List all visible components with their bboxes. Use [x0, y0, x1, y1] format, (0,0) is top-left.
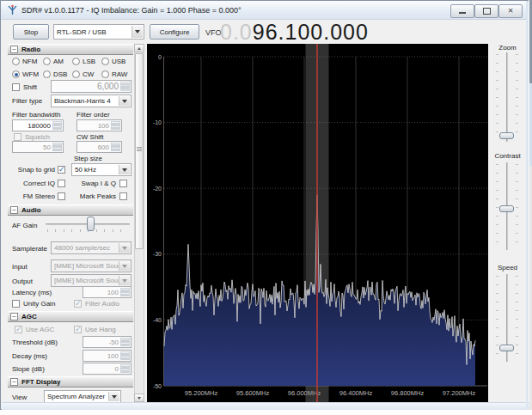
shift-checkbox[interactable] [12, 83, 20, 91]
speed-slider-thumb[interactable] [499, 345, 514, 351]
spinner-arrows-icon[interactable] [111, 143, 120, 151]
scroll-up-button[interactable] [134, 44, 144, 52]
view-select[interactable]: Spectrum Analyzer [44, 390, 121, 403]
af-gain-slider-thumb[interactable] [87, 217, 95, 231]
collapse-icon[interactable]: – [10, 378, 18, 386]
samplerate-select[interactable]: 48000 sample/sec [51, 241, 131, 254]
latency-spinner[interactable]: 100 [83, 286, 131, 298]
af-gain-label: AF Gain [12, 222, 37, 229]
desktop-sliver [0, 410, 532, 415]
mode-radio-lsb[interactable] [72, 58, 80, 65]
mode-radio-wfm[interactable] [12, 70, 20, 78]
spectrum-analyzer-plot[interactable]: 95.200MHz95.600MHz96.000MHz96.400MHz96.8… [147, 44, 488, 402]
latency-value: 100 [107, 289, 119, 296]
spinner-arrows-icon[interactable] [120, 338, 130, 346]
scrollbar-thumb[interactable] [135, 53, 144, 249]
speed-slider-label: Speed [488, 264, 527, 272]
window-right-border [526, 1, 529, 409]
filter-order-spinner[interactable]: 100 [76, 119, 122, 131]
threshold-spinner[interactable]: -50 [83, 336, 131, 348]
collapse-icon[interactable]: – [10, 206, 18, 214]
audio-panel-header[interactable]: – Audio [8, 204, 133, 216]
decay-spinner[interactable]: 100 [83, 350, 131, 362]
filter-bandwidth-label: Filter bandwidth [12, 111, 60, 119]
chevron-down-icon [131, 26, 143, 38]
output-value: [MME] Microsoft Sound [54, 277, 125, 284]
filter-audio-checkbox[interactable] [74, 300, 82, 308]
vfo-frequency-display[interactable]: 0.096.100.000 [220, 20, 369, 45]
chevron-down-icon [119, 276, 130, 285]
spinner-arrows-icon[interactable] [120, 82, 130, 91]
minimize-button[interactable] [450, 4, 474, 18]
radio-panel-header[interactable]: – Radio [8, 44, 133, 55]
step-size-value: 50 kHz [75, 166, 96, 174]
agc-panel-header[interactable]: – AGC [8, 311, 133, 322]
window-title: SDR# v1.0.0.1177 - IQ Imbalance: Gain = … [21, 6, 242, 15]
samplerate-value: 48000 sample/sec [54, 244, 110, 252]
slope-value: 0 [115, 365, 119, 373]
scroll-down-button[interactable] [134, 394, 144, 402]
close-button[interactable]: ✕ [498, 4, 523, 18]
unity-gain-checkbox[interactable] [12, 300, 20, 308]
output-select[interactable]: [MME] Microsoft Sound [51, 274, 131, 287]
mode-radio-dsb[interactable] [43, 70, 51, 78]
fft-panel-title: FFT Display [21, 378, 60, 386]
device-select-value: RTL-SDR / USB [57, 28, 107, 36]
collapse-icon[interactable]: – [10, 46, 18, 53]
squelch-label: Squelch [25, 133, 50, 141]
filter-bandwidth-value: 180000 [28, 122, 51, 130]
snap-to-grid-checkbox[interactable] [58, 166, 65, 174]
filter-order-value: 100 [98, 122, 109, 130]
filter-type-value: Blackman-Harris 4 [54, 97, 111, 105]
squelch-spinner[interactable]: 50 [12, 141, 64, 153]
step-size-select[interactable]: 50 kHz [71, 163, 131, 176]
svg-text:95.200MHz: 95.200MHz [185, 389, 218, 397]
threshold-label: Threshold (dB) [12, 339, 58, 346]
svg-text:97.200MHz: 97.200MHz [443, 389, 476, 397]
mode-radio-raw[interactable] [101, 70, 109, 78]
device-select[interactable]: RTL-SDR / USB [53, 24, 144, 40]
mode-radio-nfm[interactable] [12, 58, 20, 65]
input-select[interactable]: [MME] Microsoft Sound [51, 259, 131, 272]
svg-text:-40: -40 [153, 317, 162, 323]
stop-button[interactable]: Stop [13, 24, 49, 40]
spectrum-display[interactable]: 95.200MHz95.600MHz96.000MHz96.400MHz96.8… [147, 44, 488, 402]
unity-gain-label: Unity Gain [23, 300, 55, 308]
slope-spinner[interactable]: 0 [83, 363, 131, 375]
cw-shift-spinner[interactable]: 600 [76, 141, 122, 153]
spinner-arrows-icon[interactable] [52, 121, 62, 130]
fft-panel-header[interactable]: – FFT Display [8, 376, 133, 388]
mode-radio-am[interactable] [43, 58, 51, 65]
mode-radio-cw[interactable] [72, 70, 80, 78]
use-hang-checkbox[interactable] [74, 326, 82, 333]
mode-radio-usb[interactable] [101, 58, 109, 65]
spinner-arrows-icon[interactable] [120, 351, 130, 360]
maximize-button[interactable] [474, 4, 498, 18]
audio-panel-title: Audio [21, 206, 41, 214]
contrast-slider-thumb[interactable] [499, 205, 514, 212]
fm-stereo-checkbox[interactable] [58, 192, 65, 200]
spinner-arrows-icon[interactable] [120, 288, 130, 296]
collapse-icon[interactable]: – [10, 313, 18, 320]
chevron-down-icon [119, 243, 130, 253]
shift-value-spinner[interactable]: 6,000 [51, 80, 131, 93]
svg-text:96.400MHz: 96.400MHz [339, 389, 373, 397]
contrast-slider-ticks [516, 164, 518, 248]
configure-button[interactable]: Configure [150, 24, 199, 40]
mark-peaks-checkbox[interactable] [119, 192, 127, 200]
spinner-arrows-icon[interactable] [111, 121, 120, 130]
title-bar[interactable]: SDR# v1.0.0.1177 - IQ Imbalance: Gain = … [1, 1, 528, 20]
squelch-value: 50 [43, 143, 51, 151]
zoom-slider-thumb[interactable] [499, 132, 514, 139]
zoom-slider-track[interactable] [506, 52, 508, 142]
filter-type-select[interactable]: Blackman-Harris 4 [51, 95, 131, 107]
filter-bandwidth-spinner[interactable]: 180000 [12, 119, 64, 131]
spinner-arrows-icon[interactable] [120, 364, 130, 373]
svg-text:-30: -30 [153, 251, 162, 257]
chevron-down-icon [119, 96, 130, 106]
correct-iq-checkbox[interactable] [58, 180, 65, 187]
squelch-checkbox[interactable] [14, 133, 21, 141]
use-agc-checkbox[interactable] [15, 326, 22, 333]
swap-iq-checkbox[interactable] [119, 180, 127, 187]
spinner-arrows-icon[interactable] [52, 143, 62, 151]
